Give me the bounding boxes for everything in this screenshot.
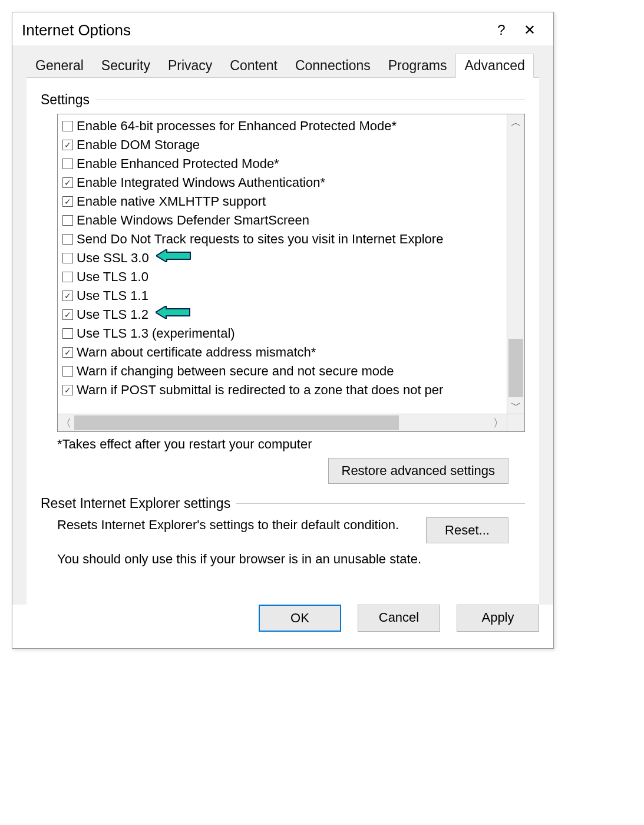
cancel-button[interactable]: Cancel	[358, 605, 440, 632]
svg-marker-0	[156, 249, 190, 262]
settings-item[interactable]: Use TLS 1.3 (experimental)	[62, 324, 520, 343]
close-icon[interactable]: ✕	[516, 19, 544, 41]
settings-item-label: Enable DOM Storage	[77, 136, 200, 154]
svg-marker-1	[156, 306, 190, 319]
vertical-scrollbar[interactable]: ︿ ﹀	[507, 114, 524, 414]
restart-footnote: *Takes effect after you restart your com…	[57, 437, 525, 452]
settings-item[interactable]: ✓Use TLS 1.1	[62, 286, 520, 305]
checkbox-icon[interactable]	[62, 272, 73, 282]
settings-item[interactable]: ✓Enable DOM Storage	[62, 136, 520, 154]
checkbox-icon[interactable]: ✓	[62, 309, 73, 320]
reset-button[interactable]: Reset...	[426, 517, 508, 543]
annotation-arrow-icon	[156, 249, 191, 268]
settings-item[interactable]: Use TLS 1.0	[62, 268, 520, 286]
divider	[236, 503, 525, 504]
dialog-buttons: OK Cancel Apply	[12, 605, 553, 648]
ok-button[interactable]: OK	[259, 605, 341, 632]
settings-item-label: Send Do Not Track requests to sites you …	[77, 230, 443, 249]
checkbox-icon[interactable]	[62, 121, 73, 131]
settings-group-header: Settings	[41, 92, 525, 108]
settings-item[interactable]: Send Do Not Track requests to sites you …	[62, 230, 520, 249]
tab-content[interactable]: Content	[221, 54, 286, 77]
checkbox-icon[interactable]	[62, 366, 73, 377]
settings-item-label: Use TLS 1.1	[77, 286, 148, 305]
scroll-track[interactable]	[507, 131, 524, 397]
settings-item-label: Use TLS 1.3 (experimental)	[77, 324, 235, 343]
dialog-title: Internet Options	[22, 21, 487, 39]
apply-button[interactable]: Apply	[457, 605, 539, 632]
settings-item-label: Enable Windows Defender SmartScreen	[77, 211, 309, 230]
settings-item-label: Warn if changing between secure and not …	[77, 362, 394, 381]
horizontal-scrollbar[interactable]: 〈 〉	[58, 414, 507, 431]
checkbox-icon[interactable]	[62, 215, 73, 226]
settings-item-label: Warn if POST submittal is redirected to …	[77, 381, 443, 400]
tab-connections[interactable]: Connections	[286, 54, 379, 77]
tab-programs[interactable]: Programs	[379, 54, 456, 77]
scroll-corner	[507, 414, 524, 431]
settings-item[interactable]: Enable Windows Defender SmartScreen	[62, 211, 520, 230]
settings-item[interactable]: Use SSL 3.0	[62, 249, 520, 268]
settings-item[interactable]: Enable 64-bit processes for Enhanced Pro…	[62, 117, 520, 136]
tabs-area: GeneralSecurityPrivacyContentConnections…	[12, 45, 553, 605]
settings-item-label: Enable 64-bit processes for Enhanced Pro…	[77, 117, 397, 136]
scroll-left-icon[interactable]: 〈	[58, 414, 74, 431]
restore-advanced-button[interactable]: Restore advanced settings	[328, 458, 509, 484]
settings-item-label: Enable native XMLHTTP support	[77, 192, 266, 211]
reset-group-header: Reset Internet Explorer settings	[41, 496, 525, 512]
tab-strip: GeneralSecurityPrivacyContentConnections…	[27, 54, 539, 78]
scroll-thumb[interactable]	[508, 339, 523, 397]
checkbox-icon[interactable]: ✓	[62, 177, 73, 188]
settings-item-label: Warn about certificate address mismatch*	[77, 343, 316, 362]
titlebar: Internet Options ? ✕	[12, 12, 553, 45]
settings-item[interactable]: Warn if changing between secure and not …	[62, 362, 520, 381]
checkbox-icon[interactable]	[62, 159, 73, 169]
settings-item[interactable]: Enable Enhanced Protected Mode*	[62, 154, 520, 173]
scroll-up-icon[interactable]: ︿	[507, 114, 524, 131]
settings-item-label: Enable Enhanced Protected Mode*	[77, 154, 279, 173]
reset-label: Reset Internet Explorer settings	[41, 496, 230, 512]
settings-item[interactable]: ✓Enable native XMLHTTP support	[62, 192, 520, 211]
checkbox-icon[interactable]	[62, 234, 73, 245]
scroll-down-icon[interactable]: ﹀	[507, 397, 524, 414]
settings-item-label: Enable Integrated Windows Authentication…	[77, 173, 325, 192]
checkbox-icon[interactable]: ✓	[62, 385, 73, 395]
settings-item[interactable]: ✓Use TLS 1.2	[62, 305, 520, 324]
checkbox-icon[interactable]: ✓	[62, 140, 73, 150]
checkbox-icon[interactable]	[62, 328, 73, 339]
tab-privacy[interactable]: Privacy	[159, 54, 221, 77]
help-icon[interactable]: ?	[487, 19, 516, 41]
settings-listbox[interactable]: Enable 64-bit processes for Enhanced Pro…	[57, 114, 525, 432]
reset-description: Resets Internet Explorer's settings to t…	[57, 517, 412, 533]
settings-item[interactable]: ✓Warn if POST submittal is redirected to…	[62, 381, 520, 400]
scroll-right-icon[interactable]: 〉	[490, 414, 507, 431]
checkbox-icon[interactable]: ✓	[62, 196, 73, 207]
tab-advanced[interactable]: Advanced	[455, 54, 533, 78]
hscroll-thumb[interactable]	[74, 415, 399, 430]
tab-body-advanced: Settings Enable 64-bit processes for Enh…	[27, 78, 539, 605]
checkbox-icon[interactable]: ✓	[62, 347, 73, 358]
checkbox-icon[interactable]: ✓	[62, 291, 73, 301]
annotation-arrow-icon	[156, 305, 191, 324]
settings-item-label: Use TLS 1.2	[77, 305, 148, 324]
settings-item[interactable]: ✓Enable Integrated Windows Authenticatio…	[62, 173, 520, 192]
checkbox-icon[interactable]	[62, 253, 73, 263]
tab-general[interactable]: General	[27, 54, 93, 77]
settings-item[interactable]: ✓Warn about certificate address mismatch…	[62, 343, 520, 362]
tab-security[interactable]: Security	[93, 54, 159, 77]
settings-item-label: Use TLS 1.0	[77, 268, 148, 286]
settings-list-inner: Enable 64-bit processes for Enhanced Pro…	[58, 114, 524, 402]
hscroll-track[interactable]	[74, 414, 490, 431]
settings-item-label: Use SSL 3.0	[77, 249, 149, 268]
internet-options-dialog: Internet Options ? ✕ GeneralSecurityPriv…	[12, 12, 554, 649]
reset-hint: You should only use this if your browser…	[57, 552, 508, 567]
settings-label: Settings	[41, 92, 90, 108]
divider	[95, 100, 525, 100]
